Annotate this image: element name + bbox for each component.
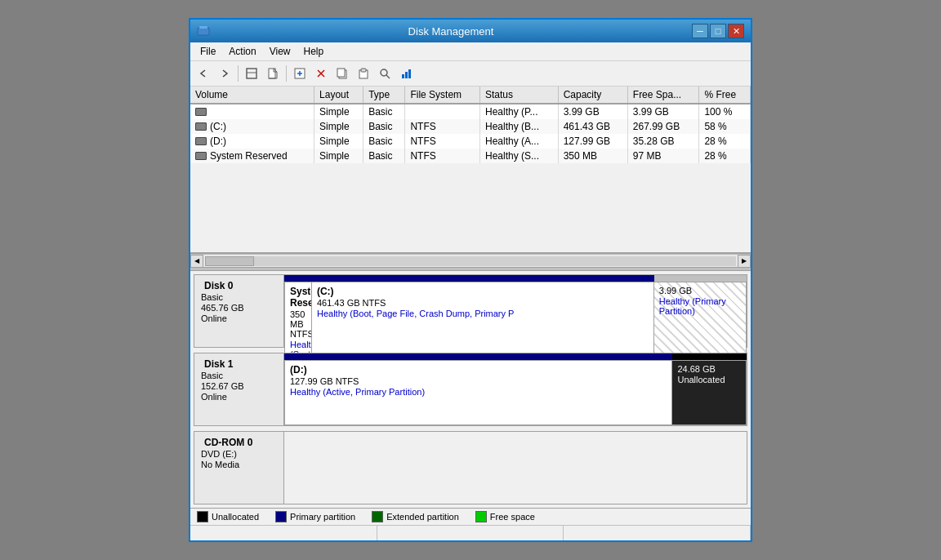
legend-label-free: Free space: [490, 512, 535, 522]
table-cell-0-7: 100 %: [699, 104, 751, 119]
maximize-button[interactable]: □: [710, 24, 726, 38]
partition-size-0-0: 350 MB NTFS: [290, 309, 306, 339]
disk-row-2: CD-ROM 0DVD (E:)No Media: [194, 431, 747, 504]
menu-action[interactable]: Action: [222, 44, 262, 59]
table-row[interactable]: SimpleBasicHealthy (P...3.99 GB3.99 GB10…: [190, 104, 751, 119]
paste-icon: [358, 68, 369, 79]
delete-button[interactable]: [311, 64, 331, 83]
disk-label-0: Disk 0Basic465.76 GBOnline: [194, 275, 284, 347]
menu-view[interactable]: View: [263, 44, 297, 59]
disk-name-0: Disk 0: [204, 280, 233, 291]
col-layout[interactable]: Layout: [314, 87, 363, 104]
menu-file[interactable]: File: [194, 44, 222, 59]
volume-table-section[interactable]: Volume Layout Type File System Status Ca…: [190, 87, 751, 254]
delete-icon: [315, 68, 327, 79]
col-volume[interactable]: Volume: [190, 87, 314, 104]
legend-extended: Extended partition: [372, 511, 459, 522]
legend-unallocated: Unallocated: [197, 511, 259, 522]
scroll-right[interactable]: ▶: [738, 255, 751, 268]
window-title: Disk Management: [210, 25, 692, 38]
table-cell-1-2: Basic: [363, 119, 405, 134]
disk-label-2: CD-ROM 0DVD (E:)No Media: [194, 432, 284, 504]
view-icon: [246, 68, 257, 79]
table-cell-2-0: (D:): [190, 134, 314, 149]
disk-partitions-0: System Reserved350 MB NTFSHealthy (Syste…: [284, 275, 747, 347]
table-cell-1-7: 58 %: [699, 119, 751, 134]
partition-status-1-1: Unallocated: [677, 375, 741, 384]
partition-box-1-1[interactable]: 24.68 GBUnallocated: [672, 360, 747, 425]
menu-bar: File Action View Help: [190, 42, 751, 61]
legend-box-extended: [372, 511, 383, 522]
table-cell-2-2: Basic: [363, 134, 405, 149]
partition-size-1-0: 127.99 GB NTFS: [290, 376, 667, 386]
minimize-button[interactable]: ─: [692, 24, 708, 38]
svg-rect-0: [198, 28, 209, 35]
disk-icon-row-2: CD-ROM 0: [201, 437, 277, 448]
new-button[interactable]: [290, 64, 310, 83]
table-cell-2-6: 35.28 GB: [627, 134, 699, 149]
scroll-track[interactable]: [205, 256, 736, 266]
forward-button[interactable]: [215, 64, 234, 83]
disk-partitions-2: [284, 432, 747, 504]
table-cell-3-7: 28 %: [699, 149, 751, 163]
legend-box-free: [475, 511, 487, 522]
copy-button[interactable]: [332, 64, 352, 83]
partition-bar-0-2: [654, 275, 747, 282]
table-cell-0-6: 3.99 GB: [627, 104, 699, 119]
disk-label-1: Disk 1Basic152.67 GBOnline: [194, 353, 284, 425]
col-capacity[interactable]: Capacity: [558, 87, 627, 104]
menu-help[interactable]: Help: [297, 44, 331, 59]
disk-icon-row-0: Disk 0: [201, 280, 277, 291]
table-cell-0-0: [190, 104, 314, 119]
status-cell-3: [564, 526, 751, 540]
table-scrollbar[interactable]: ◀ ▶: [190, 254, 751, 267]
table-cell-2-3: NTFS: [405, 134, 480, 149]
col-filesystem[interactable]: File System: [405, 87, 480, 104]
col-pctfree[interactable]: % Free: [699, 87, 751, 104]
table-cell-2-7: 28 %: [699, 134, 751, 149]
close-button[interactable]: ✕: [728, 24, 744, 38]
back-icon: [198, 68, 209, 79]
disk-type-1: Basic: [201, 371, 277, 380]
col-freespace[interactable]: Free Spa...: [627, 87, 699, 104]
properties-button[interactable]: [263, 64, 283, 83]
window-controls: ─ □ ✕: [692, 24, 744, 38]
table-row[interactable]: (C:)SimpleBasicNTFSHealthy (B...461.43 G…: [190, 119, 751, 134]
table-cell-1-0: (C:): [190, 119, 314, 134]
copy-icon: [337, 68, 348, 79]
toolbar: [190, 61, 751, 87]
bottom-status: [190, 525, 751, 540]
volume-table: Volume Layout Type File System Status Ca…: [190, 87, 751, 163]
legend-label-unallocated: Unallocated: [212, 512, 259, 522]
legend-label-primary: Primary partition: [290, 512, 355, 522]
scroll-left[interactable]: ◀: [190, 255, 203, 268]
main-window: Disk Management ─ □ ✕ File Action View H…: [189, 18, 752, 542]
disk-status-0: Online: [201, 313, 277, 323]
svg-rect-18: [408, 69, 411, 78]
table-cell-0-1: Simple: [314, 104, 363, 119]
document-icon: [267, 68, 279, 79]
svg-rect-16: [402, 74, 404, 78]
partition-name-0-0: System Reserved: [290, 286, 306, 309]
partition-status-0-2: Healthy (Primary Partition): [659, 296, 741, 316]
chart-button[interactable]: [396, 64, 416, 83]
search-icon: [379, 68, 390, 79]
table-cell-3-4: Healthy (S...: [479, 149, 558, 163]
partition-box-1-0[interactable]: (D:)127.99 GB NTFSHealthy (Active, Prima…: [284, 360, 672, 425]
partition-size-0-1: 461.43 GB NTFS: [317, 298, 649, 308]
back-button[interactable]: [194, 64, 213, 83]
table-row[interactable]: (D:)SimpleBasicNTFSHealthy (A...127.99 G…: [190, 134, 751, 149]
table-cell-3-1: Simple: [314, 149, 363, 163]
col-status[interactable]: Status: [479, 87, 558, 104]
col-type[interactable]: Type: [363, 87, 405, 104]
paste-button[interactable]: [354, 64, 373, 83]
legend-primary: Primary partition: [275, 511, 355, 522]
partition-bar-1-0: [284, 353, 672, 360]
disk-type-0: Basic: [201, 292, 277, 302]
table-cell-3-6: 97 MB: [627, 149, 699, 163]
disk-icon-row-1: Disk 1: [201, 358, 277, 370]
show-hide-button[interactable]: [242, 64, 261, 83]
title-bar: Disk Management ─ □ ✕: [190, 20, 751, 42]
search-button[interactable]: [375, 64, 395, 83]
table-row[interactable]: System ReservedSimpleBasicNTFSHealthy (S…: [190, 149, 751, 163]
